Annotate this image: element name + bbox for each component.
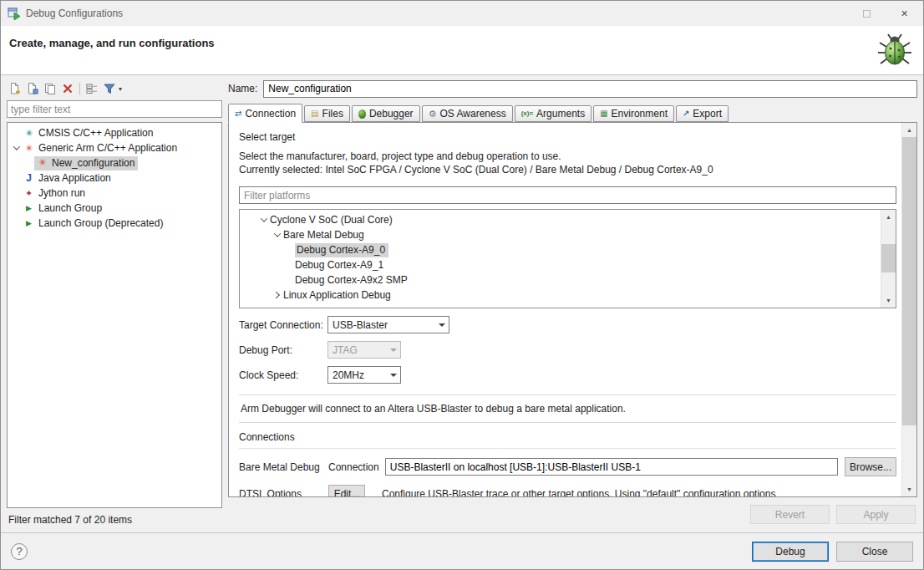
new-config-icon <box>8 82 22 95</box>
new-prototype-icon <box>26 82 39 95</box>
chevron-down-icon[interactable] <box>11 142 23 154</box>
main-area: ▾ ✳ CMSIS C/C++ Application ✳ Generic Ar… <box>1 75 923 532</box>
platform-item-label: Linux Application Debug <box>283 289 391 301</box>
tree-item-java-application[interactable]: J Java Application <box>8 170 221 186</box>
tab-files[interactable]: ▤ Files <box>304 105 350 122</box>
collapse-all-icon <box>85 82 99 95</box>
name-input[interactable] <box>263 80 917 98</box>
debug-configurations-dialog: Debug Configurations × Create, manage, a… <box>0 0 924 570</box>
tree-item-generic-arm-application[interactable]: ✳ Generic Arm C/C++ Application <box>8 140 221 155</box>
filter-dropdown-icon[interactable]: ▾ <box>119 85 127 93</box>
scrollbar-track[interactable] <box>881 224 896 293</box>
close-icon: × <box>901 7 907 20</box>
connections-heading: Connections <box>239 431 896 449</box>
platform-item-debug-cortex-a9x2-smp[interactable]: Debug Cortex-A9x2 SMP <box>240 272 881 288</box>
connection-address-input[interactable] <box>385 458 838 476</box>
delete-icon <box>61 82 74 95</box>
scroll-up-icon[interactable]: ▲ <box>881 210 896 224</box>
tab-environment[interactable]: ▦ Environment <box>593 105 674 122</box>
platform-scrollbar[interactable]: ▲ ▼ <box>881 210 896 308</box>
chevron-down-icon[interactable] <box>272 229 283 241</box>
tab-debugger[interactable]: Debugger <box>352 105 420 122</box>
tab-arguments[interactable]: (x)= Arguments <box>515 105 591 122</box>
tab-label: Files <box>322 108 343 120</box>
debug-button[interactable]: Debug <box>752 542 829 562</box>
platform-item-bare-metal-debug[interactable]: Bare Metal Debug <box>240 227 881 242</box>
scrollbar-thumb[interactable] <box>881 244 896 272</box>
environment-icon: ▦ <box>600 109 607 118</box>
target-connection-select[interactable]: USB-Blaster <box>327 316 449 333</box>
platform-item-cyclone-v-soc[interactable]: Cyclone V SoC (Dual Core) <box>240 212 881 227</box>
chevron-down-icon <box>387 367 400 383</box>
dtsl-description: Configure USB-Blaster trace or other tar… <box>382 488 775 496</box>
launch-group-deprecated-icon: ▶ <box>23 219 35 227</box>
current-selection-text: Currently selected: Intel SoC FPGA / Cyc… <box>239 164 896 176</box>
clock-speed-select[interactable]: 20MHz <box>327 366 401 384</box>
new-configuration-button[interactable] <box>7 80 23 97</box>
tab-export[interactable]: ↗ Export <box>676 105 729 122</box>
window-title: Debug Configurations <box>26 8 123 19</box>
tab-label: Export <box>693 108 722 120</box>
chevron-spacer <box>11 172 23 184</box>
maximize-button[interactable] <box>848 1 886 26</box>
chevron-down-icon <box>435 317 449 333</box>
cmsis-app-icon: ✳ <box>23 128 35 139</box>
platform-item-debug-cortex-a9-1[interactable]: Debug Cortex-A9_1 <box>240 257 881 272</box>
scroll-down-icon[interactable]: ▼ <box>881 293 896 308</box>
filter-status: Filter matched 7 of 20 items <box>7 508 222 527</box>
tree-item-label: Jython run <box>38 187 85 199</box>
duplicate-configuration-button[interactable] <box>42 80 58 97</box>
chevron-spacer <box>11 127 23 139</box>
tree-item-launch-group[interactable]: ▶ Launch Group <box>8 201 221 216</box>
platform-filter-input[interactable] <box>239 186 896 204</box>
delete-configuration-button[interactable] <box>59 80 76 97</box>
tree-item-new-configuration[interactable]: ✳ New_configuration <box>8 155 221 170</box>
launch-group-icon: ▶ <box>23 204 35 212</box>
tab-os-awareness[interactable]: ⚙ OS Awareness <box>422 105 513 122</box>
connection-info-text: Arm Debugger will connect to an Altera U… <box>239 394 896 423</box>
editor-tabs: ⇄ Connection ▤ Files Debugger ⚙ OS Aware… <box>228 104 917 122</box>
tree-item-label: Generic Arm C/C++ Application <box>38 142 177 154</box>
revert-button[interactable]: Revert <box>750 505 830 524</box>
platform-item-linux-application-debug[interactable]: Linux Application Debug <box>240 288 881 303</box>
platform-item-label: Bare Metal Debug <box>283 229 364 241</box>
scroll-up-icon[interactable]: ▲ <box>902 123 916 137</box>
chevron-down-icon <box>387 342 400 358</box>
close-button[interactable]: Close <box>836 542 913 562</box>
tab-label: Connection <box>245 108 296 120</box>
config-icon: ✳ <box>36 157 48 168</box>
chevron-spacer <box>11 202 23 214</box>
help-button[interactable]: ? <box>11 543 28 560</box>
tab-connection[interactable]: ⇄ Connection <box>228 104 302 123</box>
tree-item-cmsis-application[interactable]: ✳ CMSIS C/C++ Application <box>8 125 221 140</box>
new-prototype-button[interactable] <box>24 80 41 97</box>
export-icon: ↗ <box>683 109 689 118</box>
bug-icon <box>876 32 913 71</box>
filter-configurations-button[interactable] <box>101 80 118 97</box>
connection-icon: ⇄ <box>235 109 241 118</box>
close-window-button[interactable]: × <box>886 1 923 26</box>
tree-item-label: Java Application <box>38 172 111 184</box>
titlebar[interactable]: Debug Configurations × <box>1 1 923 26</box>
scrollbar-track[interactable] <box>902 137 916 482</box>
dialog-header: Create, manage, and run configurations <box>1 26 923 75</box>
arguments-icon: (x)= <box>521 110 533 117</box>
config-filter-input[interactable] <box>7 100 222 118</box>
browse-button[interactable]: Browse... <box>845 457 896 476</box>
clock-speed-value: 20MHz <box>333 369 364 381</box>
tree-item-launch-group-deprecated[interactable]: ▶ Launch Group (Deprecated) <box>8 216 221 231</box>
scroll-down-icon[interactable]: ▼ <box>902 482 916 496</box>
platform-item-debug-cortex-a9-0[interactable]: Debug Cortex-A9_0 <box>240 242 881 257</box>
content-scrollbar[interactable]: ▲ ▼ <box>901 123 916 496</box>
tree-item-jython-run[interactable]: ✦ Jython run <box>8 186 221 201</box>
collapse-all-button[interactable] <box>84 80 100 97</box>
chevron-right-icon[interactable] <box>272 289 283 301</box>
config-toolbar: ▾ <box>7 79 222 98</box>
chevron-down-icon[interactable] <box>258 214 270 226</box>
scrollbar-thumb[interactable] <box>902 137 916 425</box>
dtsl-edit-button[interactable]: Edit... <box>328 485 365 496</box>
dtsl-options-label: DTSL Options <box>239 488 328 496</box>
apply-button[interactable]: Apply <box>836 505 916 524</box>
tree-item-label: CMSIS C/C++ Application <box>38 127 153 139</box>
tab-label: OS Awareness <box>440 108 506 120</box>
